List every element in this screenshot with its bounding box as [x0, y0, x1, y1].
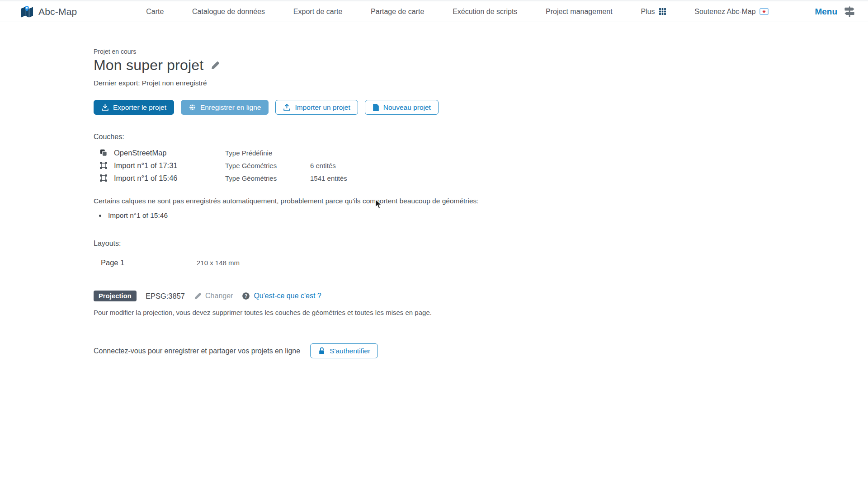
nav-item-catalogue[interactable]: Catalogue de données [192, 8, 265, 16]
nav-links: Carte Catalogue de données Export de car… [118, 8, 797, 16]
main-content: Projet en cours Mon super projet Dernier… [0, 22, 868, 358]
nav-item-plus[interactable]: Plus [641, 8, 666, 16]
layer-table: OpenStreetMap Type Prédéfinie Import n°1… [94, 147, 868, 183]
nav-item-partage-carte[interactable]: Partage de carte [371, 8, 424, 16]
authenticate-button[interactable]: S'authentifier [310, 343, 378, 358]
brand-name: Abc-Map [38, 6, 77, 17]
menu-button[interactable]: Menu [815, 5, 856, 19]
nav-item-project-management[interactable]: Project management [546, 8, 613, 16]
auth-prompt: Connectez-vous pour enregistrer et parta… [94, 347, 300, 355]
pencil-icon [211, 65, 220, 71]
layout-row: Page 1 210 x 148 mm [94, 258, 868, 267]
projection-note: Pour modifier la projection, vous devez … [94, 309, 868, 316]
vector-square-icon [99, 174, 114, 182]
top-navbar: Abc-Map Carte Catalogue de données Expor… [0, 1, 868, 22]
last-export-status: Dernier export: Projet non enregistré [94, 79, 868, 87]
nav-item-export-carte[interactable]: Export de carte [293, 8, 343, 16]
svg-text:?: ? [245, 293, 248, 299]
projection-row: Projection EPSG:3857 Changer ? Qu'est-ce… [94, 291, 868, 301]
import-project-button[interactable]: Importer un projet [275, 100, 358, 115]
projection-help-link[interactable]: ? Qu'est-ce que c'est ? [242, 292, 321, 300]
projection-badge: Projection [94, 291, 137, 301]
layer-row: Import n°1 of 15:46 Type Géométries 1541… [94, 173, 868, 183]
layer-row: OpenStreetMap Type Prédéfinie [94, 147, 868, 158]
download-icon [101, 103, 109, 111]
warning-list: Import n°1 of 15:46 [106, 211, 868, 220]
change-projection-button[interactable]: Changer [194, 292, 233, 300]
auth-row: Connectez-vous pour enregistrer et parta… [94, 343, 868, 358]
nav-item-carte[interactable]: Carte [146, 8, 164, 16]
question-circle-icon: ? [242, 292, 250, 300]
heart-envelope-icon [760, 8, 769, 15]
grid-icon [659, 8, 666, 15]
layers-warning: Certains calques ne sont pas enregistrés… [94, 197, 500, 205]
brand[interactable]: Abc-Map [20, 5, 77, 19]
project-eyebrow: Projet en cours [94, 48, 868, 55]
save-online-button[interactable]: Enregistrer en ligne [181, 100, 269, 115]
pencil-icon [194, 292, 202, 300]
unlock-icon [318, 347, 326, 355]
page-title: Mon super projet [94, 57, 203, 74]
menu-label: Menu [815, 7, 837, 17]
layouts-heading: Layouts: [94, 239, 868, 248]
file-icon [373, 103, 379, 111]
export-project-button[interactable]: Exporter le projet [94, 100, 174, 115]
nav-item-execution-scripts[interactable]: Exécution de scripts [453, 8, 517, 16]
upload-icon [283, 103, 291, 111]
globe-icon [189, 103, 196, 111]
vector-square-icon [99, 161, 114, 169]
signpost-icon [843, 5, 856, 19]
nav-item-soutenez[interactable]: Soutenez Abc-Map [694, 8, 768, 16]
warning-list-item: Import n°1 of 15:46 [106, 211, 868, 220]
abc-map-logo-icon [20, 5, 34, 19]
edit-title-button[interactable] [210, 60, 221, 71]
project-actions: Exporter le projet Enregistrer en ligne … [94, 100, 868, 115]
projection-code: EPSG:3857 [146, 292, 185, 300]
layers-stack-icon [99, 149, 114, 157]
layer-row: Import n°1 of 17:31 Type Géométries 6 en… [94, 160, 868, 171]
layers-heading: Couches: [94, 133, 868, 141]
new-project-button[interactable]: Nouveau projet [365, 100, 439, 115]
